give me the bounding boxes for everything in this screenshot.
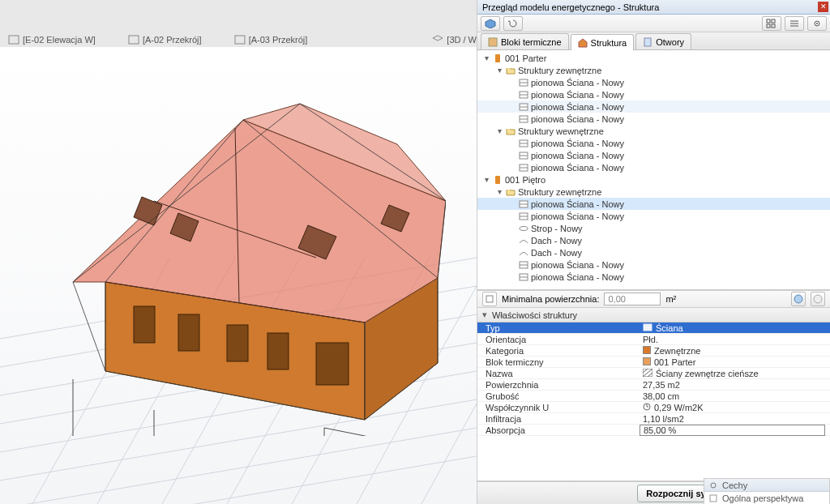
prop-value: 1,10 l/sm2	[640, 414, 830, 424]
svg-line-10	[0, 428, 477, 504]
roof-icon	[518, 248, 529, 258]
page-icon	[234, 35, 246, 45]
expand-icon[interactable]: ▾	[495, 187, 503, 196]
tree-row[interactable]: ▾001 Parter	[477, 52, 830, 64]
house-icon	[578, 38, 588, 48]
tree-row[interactable]: pionowa Ściana - Nowy	[477, 271, 830, 283]
toolbar-view-list-button[interactable]	[785, 16, 804, 31]
svg-rect-84	[710, 495, 717, 502]
svg-rect-24	[267, 333, 289, 369]
svg-point-73	[814, 295, 822, 303]
prop-value[interactable]: 85,00 %	[640, 425, 825, 436]
expand-icon[interactable]: ▾	[482, 175, 490, 184]
wall-icon	[518, 260, 529, 270]
tree-row[interactable]: ▾001 Piętro	[477, 173, 830, 186]
tab-structure[interactable]: Struktura	[571, 34, 635, 50]
tree-row[interactable]: ▾Struktury wewnętrzne	[477, 125, 830, 137]
prop-key: Współczynnik U	[477, 403, 640, 412]
expand-icon[interactable]: ▾	[495, 66, 503, 75]
prop-key: Absorpcja	[477, 425, 640, 435]
property-row: Współczynnik U0,29 W/m2K	[477, 402, 830, 413]
tree-label: Strop - Nowy	[531, 224, 583, 233]
tree-row[interactable]: pionowa Ściana - Nowy	[477, 137, 830, 149]
structure-tree[interactable]: ▾001 Parter▾Struktury zewnętrznepionowa …	[477, 50, 830, 290]
dock-header[interactable]: Cechy	[704, 479, 829, 492]
tab-thermal-blocks[interactable]: Bloki termiczne	[481, 33, 569, 49]
tree-row[interactable]: pionowa Ściana - Nowy	[477, 258, 830, 271]
tree-label: Dach - Nowy	[531, 248, 582, 258]
pin-icon	[709, 481, 717, 489]
tree-row[interactable]: pionowa Ściana - Nowy	[477, 113, 830, 125]
tree-label: pionowa Ściana - Nowy	[531, 90, 624, 100]
prop-value: Zewnętrzne	[640, 346, 830, 356]
tree-row[interactable]: pionowa Ściana - Nowy	[477, 88, 830, 100]
svg-rect-47	[644, 38, 651, 46]
svg-rect-71	[486, 296, 493, 302]
dock-body[interactable]: Ogólna perspektywa	[704, 492, 829, 504]
tree-row[interactable]: Dach - Nowy	[477, 246, 830, 258]
tree-row[interactable]: pionowa Ściana - Nowy	[477, 100, 830, 113]
svg-rect-37	[772, 19, 775, 23]
tree-row[interactable]: pionowa Ściana - Nowy	[477, 76, 830, 88]
tree-label: pionowa Ściana - Nowy	[531, 139, 624, 148]
view-tab[interactable]: [E-02 Elewacja W]	[8, 32, 96, 47]
tree-label: pionowa Ściana - Nowy	[531, 163, 624, 173]
svg-rect-2	[235, 36, 245, 44]
model-viewport[interactable]	[0, 47, 477, 504]
tree-row[interactable]: pionowa Ściana - Nowy	[477, 149, 830, 161]
tree-row[interactable]: ▾Struktury zewnętrzne	[477, 64, 830, 76]
tab-openings[interactable]: Otwory	[635, 33, 691, 49]
tree-row[interactable]: Dach - Nowy	[477, 234, 830, 246]
prop-key: Infiltracja	[477, 414, 640, 424]
property-row[interactable]: Absorpcja85,00 %	[477, 425, 830, 436]
min-area-input[interactable]	[604, 293, 661, 305]
view-tab[interactable]: [A-03 Przekrój]	[234, 32, 308, 47]
folder-icon	[505, 66, 516, 75]
prop-value: 27,35 m2	[640, 380, 830, 390]
toolbar-refresh-button[interactable]	[503, 16, 523, 31]
panel-tabs: Bloki termiczne Struktura Otwory	[477, 32, 830, 50]
tree-label: pionowa Ściana - Nowy	[531, 211, 624, 221]
property-row: Powierzchnia27,35 m2	[477, 379, 830, 391]
folder-icon	[505, 187, 516, 197]
svg-point-83	[711, 483, 716, 488]
grid-icon	[766, 19, 777, 28]
properties-header[interactable]: ▾Właściwości struktury	[477, 308, 830, 322]
property-row: NazwaŚciany zewnętrze cieńsze	[477, 368, 830, 379]
svg-rect-25	[316, 343, 349, 385]
svg-rect-23	[227, 325, 248, 361]
expand-icon[interactable]: ▾	[482, 53, 490, 62]
toolbar-settings-button[interactable]	[807, 16, 827, 31]
view-tabs: [E-02 Elewacja W] [A-02 Przekrój] [A-03 …	[0, 32, 477, 47]
svg-rect-0	[9, 36, 19, 44]
expand-icon[interactable]: ▾	[495, 126, 503, 135]
tree-row[interactable]: Strop - Nowy	[477, 222, 830, 234]
features-dock: Cechy Ogólna perspektywa	[704, 478, 830, 504]
recalc-button[interactable]	[791, 292, 806, 306]
prop-key: Blok termiczny	[477, 357, 640, 367]
tree-row[interactable]: pionowa Ściana - Nowy	[477, 210, 830, 222]
property-row: KategoriaZewnętrzne	[477, 345, 830, 357]
wall-icon	[518, 151, 529, 160]
toolbar-show-model-button[interactable]	[481, 16, 500, 31]
close-icon[interactable]: ✕	[818, 2, 828, 12]
view-tab[interactable]: [3D / W	[432, 32, 477, 47]
recalc-alt-button[interactable]	[811, 292, 825, 306]
property-row: Infiltracja1,10 l/sm2	[477, 413, 830, 425]
energy-panel: Przegląd modelu energetycznego - Struktu…	[477, 0, 830, 504]
panel-titlebar[interactable]: Przegląd modelu energetycznego - Struktu…	[477, 0, 830, 15]
filter-icon[interactable]	[482, 292, 497, 306]
tree-row[interactable]: ▾Struktury zewnętrzne	[477, 186, 830, 198]
tree-label: pionowa Ściana - Nowy	[531, 199, 624, 209]
tree-label: Struktury zewnętrzne	[518, 187, 601, 197]
view-tab[interactable]: [A-02 Przekrój]	[128, 32, 202, 47]
prop-key: Grubość	[477, 391, 640, 401]
svg-rect-38	[767, 24, 770, 28]
tree-label: Struktury zewnętrzne	[518, 66, 601, 75]
prop-key: Kategoria	[477, 346, 640, 356]
tree-row[interactable]: pionowa Ściana - Nowy	[477, 198, 830, 210]
svg-point-66	[520, 226, 528, 230]
tree-row[interactable]: pionowa Ściana - Nowy	[477, 161, 830, 173]
toolbar-view-thumbs-button[interactable]	[762, 16, 781, 31]
house-model	[57, 96, 446, 436]
